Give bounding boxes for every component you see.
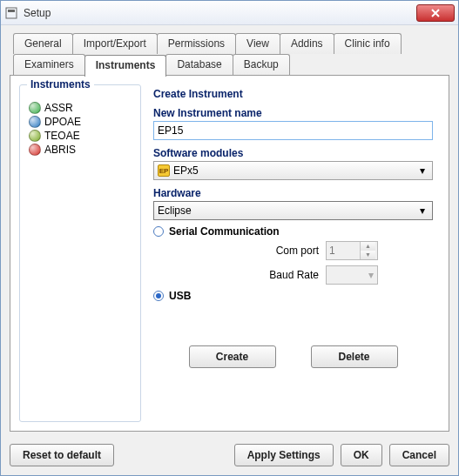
software-modules-dropdown[interactable]: EP EPx5 ▾ — [153, 161, 433, 180]
spin-down-icon[interactable]: ▼ — [361, 251, 375, 259]
comport-row: Com port ▲ ▼ — [249, 241, 433, 260]
list-item[interactable]: ASSR — [27, 101, 133, 115]
dialog-button-bar: Reset to default Apply Settings OK Cance… — [1, 439, 458, 475]
tab-examiners[interactable]: Examiners — [13, 54, 85, 76]
instruments-group-label: Instruments — [27, 78, 94, 91]
hardware-label: Hardware — [153, 187, 433, 199]
tab-view[interactable]: View — [235, 33, 280, 54]
apply-button[interactable]: Apply Settings — [234, 444, 334, 466]
spinner-buttons: ▲ ▼ — [360, 242, 375, 259]
comport-label: Com port — [249, 245, 319, 257]
list-item-label: DPOAE — [44, 116, 81, 128]
ok-button[interactable]: OK — [341, 444, 382, 466]
tabs-row-1: General Import/Export Permissions View A… — [13, 32, 449, 53]
tab-permissions[interactable]: Permissions — [157, 33, 236, 54]
list-item[interactable]: ABRIS — [27, 143, 133, 157]
form-button-row: Create Delete — [153, 345, 433, 368]
tab-database[interactable]: Database — [165, 54, 233, 76]
globe-icon — [29, 102, 41, 114]
svg-rect-1 — [8, 10, 15, 12]
radio-serial-label: Serial Communication — [169, 225, 280, 238]
globe-icon — [29, 116, 41, 128]
tabs-row-2: Examiners Instruments Database Backup — [13, 53, 449, 75]
create-instrument-form: Create Instrument New Instrument name So… — [150, 84, 440, 422]
tab-instruments[interactable]: Instruments — [84, 55, 167, 77]
instrument-name-input[interactable] — [153, 121, 433, 140]
list-item[interactable]: TEOAE — [27, 129, 133, 143]
comport-input[interactable]: ▲ ▼ — [326, 241, 378, 260]
instruments-list: ASSR DPOAE TEOAE ABRIS — [25, 97, 135, 160]
setup-window: Setup General Import/Export Permissions … — [0, 0, 459, 476]
titlebar: Setup — [1, 1, 458, 25]
chevron-down-icon: ▾ — [416, 204, 429, 217]
chevron-down-icon: ▾ — [416, 164, 429, 177]
cancel-button[interactable]: Cancel — [389, 444, 449, 466]
tab-clinic-info[interactable]: Clinic info — [334, 33, 402, 54]
hardware-value: Eclipse — [158, 204, 416, 217]
spin-up-icon[interactable]: ▲ — [361, 242, 375, 251]
baud-row: Baud Rate ▾ — [249, 265, 433, 285]
radio-usb[interactable]: USB — [153, 290, 433, 302]
delete-button[interactable]: Delete — [311, 345, 398, 368]
software-label: Software modules — [153, 147, 433, 159]
globe-icon — [29, 130, 41, 142]
svg-rect-0 — [6, 8, 17, 18]
radio-icon — [153, 291, 164, 301]
name-label: New Instrument name — [153, 107, 433, 119]
window-title: Setup — [24, 7, 416, 19]
radio-icon — [153, 226, 164, 237]
hardware-dropdown[interactable]: Eclipse ▾ — [153, 201, 433, 220]
comport-value — [327, 245, 360, 257]
close-button[interactable] — [416, 4, 455, 22]
tab-backup[interactable]: Backup — [233, 54, 290, 76]
list-item-label: ABRIS — [44, 144, 76, 156]
tab-import-export[interactable]: Import/Export — [72, 33, 158, 54]
tab-addins[interactable]: Addins — [280, 33, 334, 54]
list-item-label: ASSR — [44, 102, 73, 114]
tab-general[interactable]: General — [13, 33, 73, 54]
tab-page-instruments: Instruments ASSR DPOAE TEOAE — [10, 75, 449, 432]
section-title: Create Instrument — [153, 88, 433, 100]
module-icon: EP — [158, 164, 170, 177]
reset-button[interactable]: Reset to default — [10, 444, 114, 466]
software-value: EPx5 — [173, 164, 199, 177]
content-area: General Import/Export Permissions View A… — [1, 25, 458, 439]
list-item-label: TEOAE — [44, 130, 80, 142]
baud-dropdown[interactable]: ▾ — [326, 265, 378, 285]
baud-label: Baud Rate — [249, 269, 319, 281]
radio-serial[interactable]: Serial Communication — [153, 225, 433, 238]
create-button[interactable]: Create — [189, 345, 276, 368]
left-panel: Instruments ASSR DPOAE TEOAE — [19, 84, 141, 422]
radio-usb-label: USB — [169, 290, 191, 302]
globe-icon — [29, 144, 41, 156]
list-item[interactable]: DPOAE — [27, 115, 133, 129]
app-icon — [4, 6, 18, 20]
instruments-group: Instruments ASSR DPOAE TEOAE — [19, 84, 141, 422]
chevron-down-icon: ▾ — [368, 269, 374, 281]
